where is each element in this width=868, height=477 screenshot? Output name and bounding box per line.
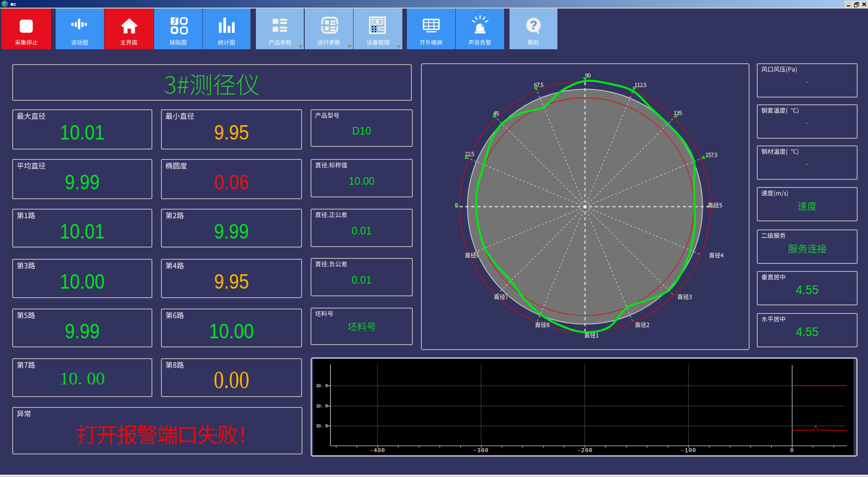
svg-text:?: ? [529, 18, 537, 32]
